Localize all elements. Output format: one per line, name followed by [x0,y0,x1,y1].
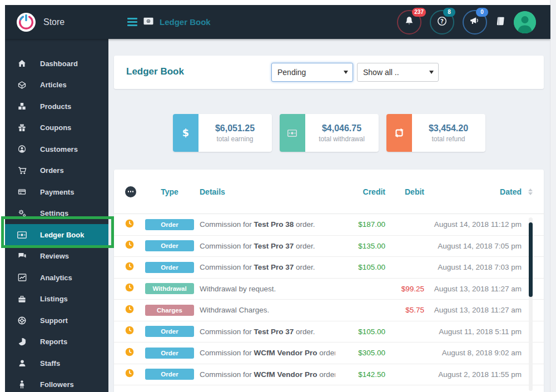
stat-label: total refund [431,135,465,143]
credit-cell: $135.00 [335,242,385,250]
details-cell: Commission for WCfM Vendor Pro order. [197,370,335,379]
sidebar-item[interactable]: Listings [5,289,108,310]
details-cell: Commission for Test Pro 37 order. [197,263,335,271]
bullhorn-icon [470,16,480,28]
stat-amount: $4,046.75 [322,123,361,133]
ledger-icon [280,114,305,152]
sidebar-item[interactable]: Reviews [5,246,108,267]
details-cell: Withdrawal by request. [197,285,335,293]
sort-icon[interactable] [522,188,533,195]
type-badge: Order [145,369,194,380]
col-header-dated[interactable]: Dated [424,187,522,196]
stats-row: $ $6,051.25 total earning $4,046.75 tota… [114,114,544,152]
sidebar-item-label: Staffs [40,359,60,368]
details-cell: Withdrawal Charges. [197,306,335,314]
type-badge: Order [145,219,194,230]
table-row: Charges Withdrawal Charges. $5.75 August… [114,300,544,321]
announcements-button[interactable]: 0 [463,10,487,34]
sidebar-item[interactable]: Products [5,96,108,117]
details-cell: Commission for Test Pro 38 order. [197,220,335,229]
table-row: Order Commission for Test Pro 37 order. … [114,321,544,343]
stat-card: $ $6,051.25 total earning [173,114,272,152]
analytics-icon [17,274,27,282]
filters: Pending Show all .. [271,63,439,82]
table-row: Order Commission for Test Pro 37 order. … [114,236,544,257]
sidebar-item[interactable]: Support [5,310,108,331]
announcement-count-badge: 0 [476,8,488,17]
sidebar-item-label: Payments [40,188,74,196]
breadcrumb: Ledger Book [127,17,211,27]
sidebar-item-label: Support [40,316,68,325]
sidebar-item-label: Products [40,102,71,111]
breadcrumb-title: Ledger Book [160,17,211,27]
sidebar-item[interactable]: Articles [5,75,108,96]
sidebar-item[interactable]: Analytics [5,267,108,289]
details-cell: Commission for Test Pro 37 order. [197,328,335,336]
sidebar-item[interactable]: Orders [5,160,108,182]
followers-icon [17,380,27,389]
table-scrollbar-track[interactable] [529,217,533,391]
sidebar-item-label: Settings [40,209,68,217]
col-header-credit[interactable]: Credit [335,187,385,196]
user-avatar[interactable] [514,11,536,33]
notifications-button[interactable]: 237 [397,10,421,34]
power-logo-icon [16,12,36,32]
sidebar-item[interactable]: Coupons [5,117,108,139]
refund-icon [386,114,412,152]
topbar-actions: 237 ? 8 0 [397,10,550,34]
sidebar-nav: Dashboard Articles Products Coupons [5,39,108,392]
table-row: Withdrawal Withdrawal by request. $99.25… [114,279,544,300]
show-filter-select[interactable]: Show all .. [357,63,439,82]
brand[interactable]: Store [5,12,108,32]
help-button[interactable]: ? 8 [430,10,454,34]
sidebar-item[interactable]: Staffs [5,353,108,374]
knowledgebase-button[interactable] [495,16,505,28]
brand-label: Store [43,17,64,27]
page-title: Ledger Book [126,66,184,77]
type-badge: Order [145,262,194,273]
sidebar-item[interactable]: Payments [5,181,108,203]
menu-toggle-icon[interactable] [127,18,137,26]
sidebar-item-label: Followers [40,380,74,389]
dated-cell: August 13, 2018 11:27 am [424,285,522,293]
sidebar-item[interactable]: Settings [5,203,108,225]
table-row: Order Commission for Test Pro 38 order. … [114,214,544,236]
reports-icon [17,338,27,346]
sidebar-item[interactable]: Dashboard [5,53,108,75]
credit-cell: $105.00 [335,263,385,271]
settings-icon [17,209,27,217]
dollar-icon: $ [173,114,198,152]
sidebar-item-label: Analytics [40,274,72,282]
credit-cell: $142.50 [335,370,385,379]
stat-amount: $3,454.20 [429,123,468,133]
debit-cell: $99.25 [385,285,424,293]
ledger-icon [143,17,154,27]
col-header-type[interactable]: Type [142,187,197,196]
sidebar-item-label: Listings [40,295,68,303]
sidebar-item[interactable]: Reports [5,331,108,353]
sidebar-item-label: Reviews [40,252,69,260]
sidebar-item[interactable]: Ledger Book [5,224,108,246]
col-header-details[interactable]: Details [197,187,335,196]
payments-icon [17,188,27,196]
articles-icon [17,81,27,89]
help-count-badge: 8 [443,8,455,17]
sidebar-item[interactable]: Followers [5,374,108,392]
status-filter-select[interactable]: Pending [271,63,353,82]
app-window: Store Ledger Book 237 ? 8 0 [5,5,550,392]
table-row: Order Commission for WCfM Vendor Pro ord… [114,343,544,364]
table-scrollbar-thumb[interactable] [529,222,533,297]
sidebar-item-label: Orders [40,166,64,175]
question-icon: ? [437,16,447,28]
credit-cell: $105.00 [335,328,385,336]
reviews-icon [17,252,27,260]
col-header-debit[interactable]: Debit [385,187,424,196]
page-scrollbar[interactable] [550,0,556,392]
topbar: Store Ledger Book 237 ? 8 0 [5,5,550,39]
ellipsis-icon[interactable] [125,186,136,197]
table-body: Order Commission for Test Pro 38 order. … [114,214,544,385]
sidebar-item[interactable]: Customers [5,138,108,160]
page-header-card: Ledger Book Pending Show all .. [114,56,544,89]
sidebar-item-label: Reports [40,338,67,346]
svg-text:$: $ [182,127,188,138]
